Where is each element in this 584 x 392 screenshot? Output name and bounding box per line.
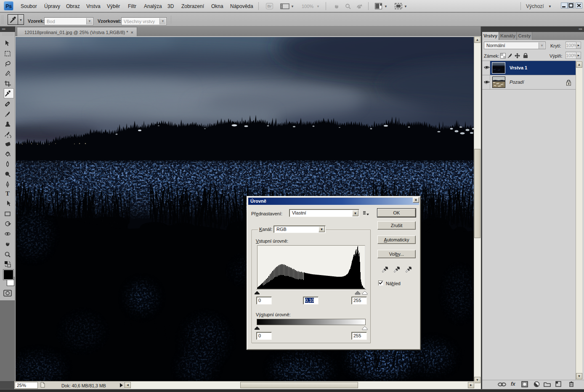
svg-text:T: T <box>5 190 10 197</box>
